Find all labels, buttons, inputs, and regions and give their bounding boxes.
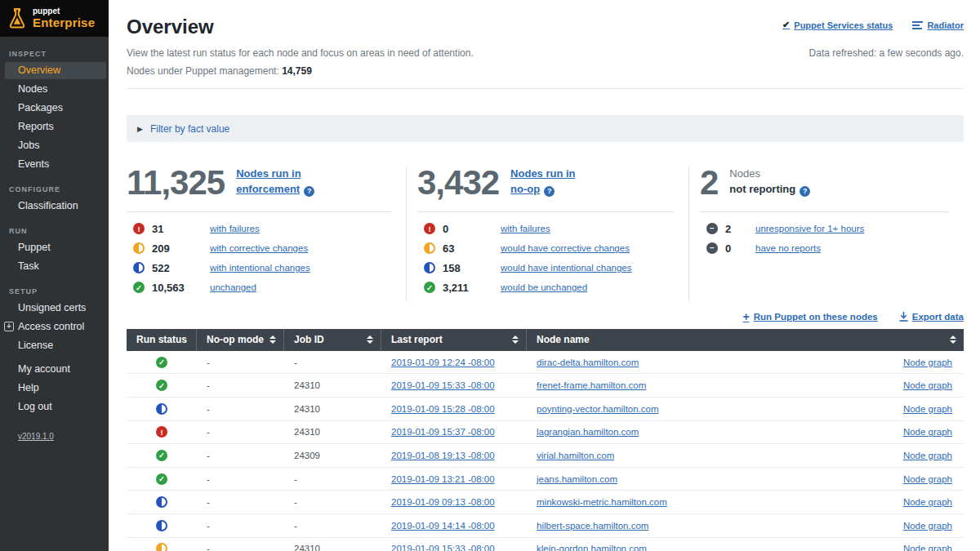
column-header-node-name[interactable]: Node name	[527, 329, 964, 351]
node-name-link[interactable]: dirac-delta.hamilton.com	[537, 358, 639, 367]
node-name-link[interactable]: lagrangian.hamilton.com	[537, 427, 639, 437]
column-header-no-op-mode[interactable]: No-op mode	[197, 329, 284, 351]
node-name-link[interactable]: virial.hamilton.com	[537, 451, 614, 460]
sidebar-section-label: RUN	[0, 216, 109, 239]
intentional-status-icon	[156, 496, 167, 508]
sidebar-item-label: Overview	[18, 64, 60, 76]
stat-breakdown-link[interactable]: would have corrective changes	[501, 243, 630, 253]
puppet-services-status-link[interactable]: ✔ Puppet Services status	[782, 20, 893, 30]
stat-title-link[interactable]: Nodes run in	[236, 167, 301, 180]
radiator-link[interactable]: Radiator	[912, 20, 964, 30]
sidebar-item-jobs[interactable]: + Jobs	[0, 137, 109, 154]
stat-title-link[interactable]: Nodes run in	[510, 167, 575, 180]
last-report-link[interactable]: 2019-01-09 12:24 -08:00	[391, 358, 495, 367]
node-graph-link[interactable]: Node graph	[903, 497, 952, 507]
sidebar-item-classification[interactable]: + Classification	[0, 198, 109, 215]
stat-breakdown-link[interactable]: with failures	[210, 224, 260, 233]
stat-breakdown-link[interactable]: have no reports	[755, 243, 821, 253]
help-icon[interactable]: ?	[304, 186, 314, 197]
stat-breakdown-link[interactable]: unresponsive for 1+ hours	[755, 224, 864, 233]
node-name-link[interactable]: hilbert-space.hamilton.com	[537, 521, 648, 531]
column-header-last-report[interactable]: Last report	[381, 329, 527, 351]
last-report-link[interactable]: 2019-01-09 15:33 -08:00	[391, 544, 495, 551]
node-graph-link[interactable]: Node graph	[903, 451, 952, 460]
node-name-link[interactable]: klein-gordon.hamilton.com	[537, 544, 647, 551]
flask-icon	[7, 7, 27, 29]
stat-breakdown-link[interactable]: with intentional changes	[210, 263, 310, 273]
node-graph-link[interactable]: Node graph	[903, 404, 952, 414]
column-header-run-status: Run status	[127, 329, 197, 351]
sidebar-item-label: Log out	[18, 401, 52, 412]
sidebar-item-license[interactable]: + License	[0, 337, 109, 354]
node-graph-link[interactable]: Node graph	[903, 521, 952, 531]
stat-value: 11,325	[127, 167, 225, 199]
sidebar-item-reports[interactable]: + Reports	[0, 118, 109, 136]
node-graph-link[interactable]: Node graph	[903, 358, 952, 367]
last-report-link[interactable]: 2019-01-09 15:28 -08:00	[391, 404, 495, 414]
main-content: Overview ✔ Puppet Services status Radiat…	[109, 0, 980, 551]
sidebar-item-access-control[interactable]: + Access control	[0, 318, 109, 335]
node-graph-link[interactable]: Node graph	[903, 427, 952, 437]
stat-title-link[interactable]: enforcement	[236, 183, 300, 195]
help-icon[interactable]: ?	[544, 186, 555, 197]
node-name-link[interactable]: poynting-vector.hamilton.com	[537, 404, 659, 414]
stat-breakdown-link[interactable]: unchanged	[210, 282, 256, 292]
stat-breakdown-row: 522 with intentional changes	[133, 262, 406, 274]
help-icon[interactable]: ?	[800, 186, 810, 197]
last-report-link[interactable]: 2019-01-09 15:37 -08:00	[391, 427, 495, 437]
sidebar-item-label: Classification	[18, 200, 78, 211]
last-report-link[interactable]: 2019-01-09 15:33 -08:00	[391, 380, 495, 390]
sidebar-item-label: Reports	[18, 121, 54, 132]
stat-breakdown-link[interactable]: with failures	[501, 224, 550, 233]
stat-divider	[417, 211, 674, 212]
job-id-cell: 24310	[284, 404, 381, 414]
export-data-link[interactable]: Export data	[899, 312, 964, 322]
last-report-link[interactable]: 2019-01-09 13:21 -08:00	[391, 474, 495, 484]
node-graph-link[interactable]: Node graph	[903, 544, 952, 551]
sort-icon[interactable]	[950, 335, 956, 344]
last-report-link[interactable]: 2019-01-08 19:13 -08:00	[391, 451, 495, 460]
sidebar-item-puppet[interactable]: + Puppet	[0, 239, 109, 256]
sidebar-item-label: Access control	[18, 321, 84, 332]
node-name-link[interactable]: minkowski-metric.hamilton.com	[537, 497, 667, 507]
sidebar-item-overview[interactable]: + Overview	[5, 62, 106, 79]
stat-count: 158	[443, 262, 493, 274]
filter-by-fact-toggle[interactable]: ▶ Filter by fact value	[127, 115, 964, 142]
job-id-cell: -	[284, 474, 381, 484]
check-icon: ✔	[782, 20, 790, 30]
intentional-status-icon	[156, 403, 167, 415]
run-puppet-link[interactable]: + Run Puppet on these nodes	[742, 312, 877, 322]
node-graph-link[interactable]: Node graph	[903, 380, 952, 390]
node-name-link[interactable]: frenet-frame.hamilton.com	[537, 380, 646, 390]
stat-breakdown-link[interactable]: would be unchanged	[501, 282, 587, 292]
sidebar-section-label: CONFIGURE	[0, 175, 109, 198]
node-name-link[interactable]: jeans.hamilton.com	[537, 474, 617, 484]
sidebar-item-label: My account	[18, 363, 70, 375]
last-report-link[interactable]: 2019-01-09 09:13 -08:00	[391, 497, 495, 507]
sort-icon[interactable]	[270, 335, 276, 344]
sidebar-item-events[interactable]: + Events	[0, 156, 109, 173]
stat-breakdown-row: 209 with corrective changes	[133, 242, 406, 255]
stat-breakdown-link[interactable]: would have intentional changes	[501, 263, 631, 273]
stat-title: Nodes run inno-op?	[510, 167, 575, 198]
last-report-link[interactable]: 2019-01-09 14:14 -08:00	[391, 521, 495, 531]
sidebar-item-nodes[interactable]: + Nodes	[0, 81, 109, 98]
node-graph-link[interactable]: Node graph	[903, 474, 952, 484]
stat-breakdown-link[interactable]: with corrective changes	[210, 243, 308, 253]
sidebar-item-label: Packages	[18, 102, 63, 113]
intentional-status-icon	[133, 262, 145, 273]
sidebar-item-help[interactable]: + Help	[0, 380, 109, 397]
column-header-job-id[interactable]: Job ID	[284, 329, 381, 351]
stat-title: Nodesnot reporting?	[729, 167, 810, 198]
sidebar-item-task[interactable]: + Task	[0, 258, 109, 275]
sidebar-item-unsigned-certs[interactable]: + Unsigned certs	[0, 300, 109, 317]
stat-title-link[interactable]: no-op	[510, 183, 540, 195]
sidebar-item-packages[interactable]: + Packages	[0, 100, 109, 117]
sidebar-item-label: Help	[18, 382, 39, 393]
version-link[interactable]: v2019.1.0	[0, 417, 109, 441]
sidebar-item-log-out[interactable]: + Log out	[0, 398, 109, 415]
stat-divider	[700, 211, 949, 212]
sort-icon[interactable]	[367, 335, 373, 344]
sort-icon[interactable]	[512, 335, 519, 344]
sidebar-item-my-account[interactable]: + My account	[0, 361, 109, 378]
